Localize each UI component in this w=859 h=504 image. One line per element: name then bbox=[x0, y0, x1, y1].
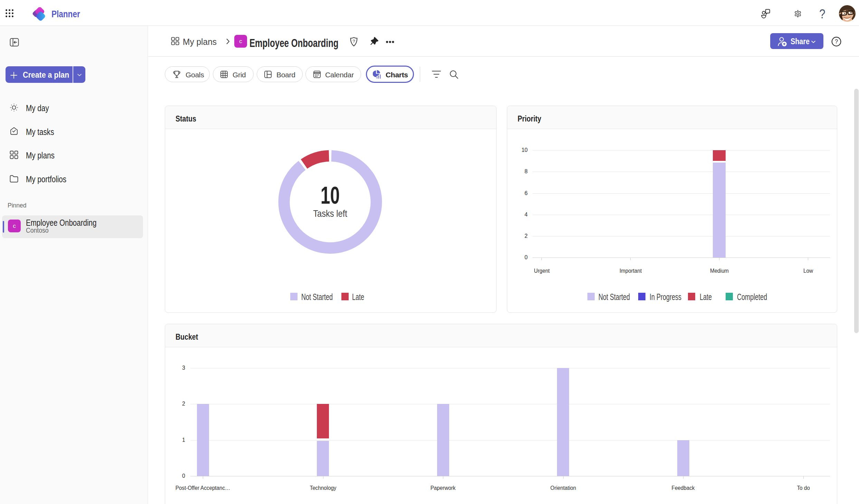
svg-text:?: ? bbox=[835, 38, 838, 45]
svg-text:?: ? bbox=[352, 39, 355, 44]
